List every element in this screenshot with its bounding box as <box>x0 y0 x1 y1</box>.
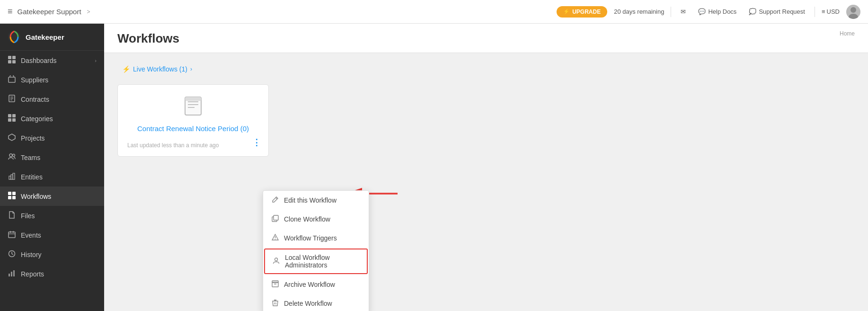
sidebar-item-label: Projects <box>21 134 45 142</box>
svg-rect-32 <box>9 274 10 276</box>
workflow-updated: Last updated less than a minute ago <box>127 142 219 149</box>
upgrade-label: UPGRADE <box>572 9 601 15</box>
help-docs-nav-item[interactable]: 💬 Help Docs <box>695 6 739 17</box>
chevron-right-icon: › <box>95 58 97 63</box>
svg-rect-14 <box>12 114 16 117</box>
dropdown-menu: Edit this Workflow Clone Workflow Workfl… <box>263 190 369 311</box>
categories-icon <box>8 114 16 123</box>
sidebar-item-reports[interactable]: Reports <box>0 264 104 284</box>
page-body: ⚡ Live Workflows (1) › Contract Renewal … <box>104 53 868 166</box>
days-remaining: 20 days remaining <box>614 8 664 15</box>
svg-rect-27 <box>9 232 15 238</box>
svg-point-47 <box>275 258 277 261</box>
support-request-label: Support Request <box>759 8 805 15</box>
projects-icon <box>8 133 16 142</box>
svg-rect-8 <box>9 77 15 82</box>
currency-selector[interactable]: ≡ USD <box>822 8 840 15</box>
sidebar-item-label: Dashboards <box>21 57 57 64</box>
svg-rect-34 <box>13 270 15 276</box>
support-icon: 💭 <box>749 8 756 15</box>
workflow-menu-button[interactable]: ⋮ <box>250 136 263 149</box>
svg-rect-16 <box>12 118 16 122</box>
sidebar-item-events[interactable]: Events <box>0 225 104 245</box>
nav-divider-2 <box>815 7 815 17</box>
currency-icon: ≡ <box>822 8 825 15</box>
support-request-nav-item[interactable]: 💭 Support Request <box>746 6 808 17</box>
sidebar-item-label: Workflows <box>21 193 51 200</box>
sidebar-item-contracts[interactable]: Contracts <box>0 89 104 109</box>
live-workflows-tab[interactable]: ⚡ Live Workflows (1) › <box>117 62 197 76</box>
dropdown-item-triggers[interactable]: Workflow Triggers <box>263 229 369 248</box>
svg-rect-22 <box>13 173 15 179</box>
workflow-card[interactable]: Contract Renewal Notice Period (0) Last … <box>117 84 269 157</box>
upgrade-button[interactable]: ⚡ UPGRADE <box>557 6 607 18</box>
sidebar-item-workflows[interactable]: Workflows <box>0 187 104 206</box>
triggers-icon <box>271 234 279 242</box>
top-nav: ≡ Gatekeeper Support > ⚡ UPGRADE 20 days… <box>0 0 868 24</box>
sidebar-item-entities[interactable]: Entities <box>0 167 104 187</box>
nav-divider <box>671 7 671 17</box>
dropdown-item-delete[interactable]: Delete Workflow <box>263 294 369 311</box>
svg-rect-25 <box>8 196 11 199</box>
sidebar: Gatekeeper Dashboards › Suppliers Contra… <box>0 24 104 311</box>
workspace-chevron-icon[interactable]: > <box>87 9 90 15</box>
suppliers-icon <box>8 75 16 84</box>
svg-marker-17 <box>9 134 15 141</box>
sidebar-item-categories[interactable]: Categories <box>0 109 104 128</box>
contracts-icon <box>8 95 16 104</box>
svg-rect-5 <box>12 56 16 59</box>
workflows-icon <box>8 192 16 201</box>
sidebar-item-history[interactable]: History <box>0 245 104 264</box>
tab-chevron-icon: › <box>190 66 192 72</box>
page-header: Workflows <box>104 24 868 53</box>
dropdown-item-clone[interactable]: Clone Workflow <box>263 210 369 229</box>
dropdown-item-label: Delete Workflow <box>284 300 332 307</box>
svg-rect-7 <box>12 60 16 63</box>
edit-icon <box>271 196 279 204</box>
sidebar-item-dashboards[interactable]: Dashboards › <box>0 51 104 70</box>
sidebar-item-files[interactable]: Files <box>0 206 104 225</box>
dropdown-item-label: Local Workflow Administrators <box>285 254 360 269</box>
svg-rect-49 <box>272 281 278 283</box>
sidebar-item-label: Suppliers <box>21 76 48 84</box>
files-icon <box>8 211 16 220</box>
svg-point-19 <box>13 154 15 157</box>
avatar[interactable] <box>846 5 860 19</box>
svg-rect-43 <box>274 215 278 220</box>
dropdown-item-edit[interactable]: Edit this Workflow <box>263 191 369 210</box>
top-nav-right: ⚡ UPGRADE 20 days remaining ✉ 💬 Help Doc… <box>557 5 860 19</box>
sidebar-item-teams[interactable]: Teams <box>0 148 104 167</box>
reports-icon <box>8 269 16 278</box>
dropdown-item-admins[interactable]: Local Workflow Administrators <box>264 249 368 274</box>
svg-point-46 <box>275 239 275 240</box>
svg-point-18 <box>9 154 12 157</box>
dashboards-icon <box>8 56 16 65</box>
history-icon <box>8 250 16 259</box>
sidebar-item-label: History <box>21 251 42 258</box>
dropdown-item-label: Archive Workflow <box>284 281 335 288</box>
bolt-icon: ⚡ <box>563 9 570 15</box>
svg-rect-39 <box>185 97 201 101</box>
svg-point-1 <box>850 7 856 13</box>
sidebar-item-label: Teams <box>21 154 40 161</box>
sidebar-item-label: Events <box>21 231 41 239</box>
workflow-name[interactable]: Contract Renewal Notice Period (0) <box>137 124 249 133</box>
content-area: Home Workflows ⚡ Live Workflows (1) › <box>104 24 868 311</box>
sidebar-item-suppliers[interactable]: Suppliers <box>0 70 104 89</box>
svg-rect-13 <box>8 114 11 117</box>
hamburger-icon[interactable]: ≡ <box>8 7 13 17</box>
sidebar-item-projects[interactable]: Projects <box>0 128 104 148</box>
svg-rect-33 <box>11 272 12 276</box>
sidebar-logo[interactable]: Gatekeeper <box>0 24 104 51</box>
svg-rect-23 <box>8 192 11 195</box>
teams-icon <box>8 153 16 162</box>
lightning-icon: ⚡ <box>122 65 130 73</box>
entities-icon <box>8 172 16 181</box>
events-icon <box>8 231 16 240</box>
dropdown-item-archive[interactable]: Archive Workflow <box>263 275 369 294</box>
workspace-name: Gatekeeper Support <box>18 8 81 16</box>
mail-nav-item[interactable]: ✉ <box>678 6 689 17</box>
svg-rect-26 <box>12 196 16 199</box>
help-docs-icon: 💬 <box>698 8 706 15</box>
page-title: Workflows <box>117 31 855 53</box>
